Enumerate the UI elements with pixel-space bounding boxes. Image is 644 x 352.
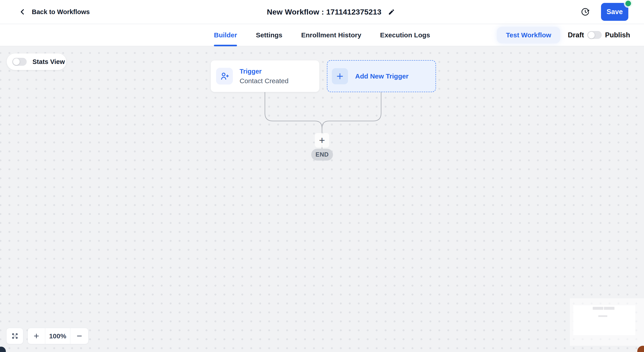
stats-view-control: Stats View [7,53,66,70]
user-plus-icon [216,68,233,85]
tabs-group: Builder Settings Enrollment History Exec… [214,24,430,46]
tab-execution-logs[interactable]: Execution Logs [380,24,430,46]
tab-settings[interactable]: Settings [256,24,282,46]
header-right-cluster: Save [581,3,628,21]
zoom-level-value: 100% [45,328,70,344]
end-node: END [311,149,333,161]
save-button[interactable]: Save [601,3,628,21]
zoom-in-button[interactable] [28,328,45,344]
publish-label: Publish [605,31,630,39]
trigger-card-subtitle: Contact Created [240,77,288,85]
trigger-card-title: Trigger [240,68,288,75]
minimap-node-placeholder [593,307,603,310]
add-action-plus-node[interactable]: + [315,133,329,147]
minimap-node-placeholder [604,307,614,310]
add-new-trigger-label: Add New Trigger [355,72,408,80]
trigger-card-text: Trigger Contact Created [240,68,288,85]
corner-artifact-left [0,347,6,352]
back-to-workflows-button[interactable]: Back to Workflows [19,8,90,16]
publish-toggle[interactable] [587,31,602,39]
header-bar: Back to Workflows New Workflow : 1711412… [0,0,644,24]
stats-view-label: Stats View [32,58,65,65]
zoom-out-button[interactable] [70,328,88,344]
workflow-title-wrap: New Workflow : 1711412375213 [267,7,395,16]
test-workflow-button[interactable]: Test Workflow [497,27,560,43]
tabbar-right-cluster: Test Workflow Draft Publish [497,24,630,46]
unsaved-changes-dot [626,1,631,6]
history-clock-icon[interactable] [581,7,590,16]
plus-icon [332,68,348,84]
workflow-tabbar: Builder Settings Enrollment History Exec… [0,24,644,46]
corner-artifact-right [637,346,644,352]
stats-view-toggle-knob [13,58,20,65]
minimap-widget[interactable] [573,305,635,335]
tab-enrollment-history[interactable]: Enrollment History [301,24,361,46]
stats-view-toggle[interactable] [12,58,27,66]
expand-arrows-icon [11,332,18,340]
workflow-canvas[interactable]: Stats View Trigger Contact Created Add N… [0,46,644,352]
fit-view-button[interactable] [6,328,23,344]
trigger-node-card[interactable]: Trigger Contact Created [210,60,320,92]
draft-label: Draft [568,31,584,39]
publish-toggle-group: Draft Publish [568,31,630,39]
minimap-node-placeholder [598,315,607,317]
chevron-left-icon [19,8,26,16]
tab-builder[interactable]: Builder [214,24,237,46]
add-new-trigger-card[interactable]: Add New Trigger [327,60,436,92]
publish-toggle-knob [588,32,595,38]
edit-title-pencil-icon[interactable] [388,8,395,15]
connector-lines [0,46,644,352]
save-label: Save [606,8,623,16]
zoom-controls: 100% [28,328,88,344]
page-title: New Workflow : 1711412375213 [267,7,381,16]
back-label: Back to Workflows [32,8,90,16]
